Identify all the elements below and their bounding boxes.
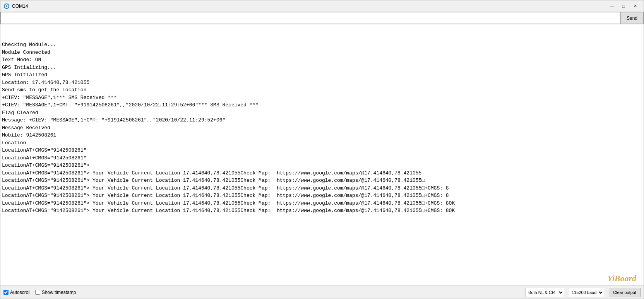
- output-line: Flag Cleared: [2, 109, 642, 117]
- output-line: +CIEV: "MESSAGE",1*** SMS Received ***: [2, 94, 642, 102]
- app-icon: [3, 3, 10, 9]
- show-timestamp-checkbox[interactable]: [35, 290, 40, 295]
- autoscroll-label[interactable]: Autoscroll: [3, 290, 31, 295]
- title-bar: COM14 — □ ✕: [0, 0, 644, 12]
- input-bar: Send: [0, 12, 644, 24]
- output-line: Message Received: [2, 124, 642, 132]
- output-line: Location: [2, 139, 642, 147]
- output-line: LocationAT+CMGS="9142508261": [2, 154, 642, 162]
- maximize-button[interactable]: □: [618, 2, 629, 10]
- output-line: Text Mode: ON: [2, 56, 642, 64]
- output-line: LocationAT+CMGS="9142508261">: [2, 162, 642, 169]
- output-line: +CIEV: "MESSAGE",1+CMT: "+919142508261",…: [2, 101, 642, 109]
- output-area[interactable]: Checking Module...Module ConnectedText M…: [0, 24, 644, 285]
- output-line: LocationAT+CMGS="9142508261"> Your Vehic…: [2, 207, 642, 215]
- serial-input[interactable]: [0, 12, 620, 24]
- output-line: Mobile: 9142508261: [2, 132, 642, 139]
- output-line: LocationAT+CMGS="9142508261": [2, 147, 642, 154]
- output-line: LocationAT+CMGS="9142508261"> Your Vehic…: [2, 200, 642, 207]
- close-button[interactable]: ✕: [630, 2, 641, 10]
- output-line: GPS Initialized: [2, 71, 642, 79]
- output-line: GPS Intializing...: [2, 64, 642, 72]
- output-line: Checking Module...: [2, 41, 642, 49]
- svg-point-1: [6, 5, 7, 7]
- autoscroll-checkbox[interactable]: [3, 290, 9, 295]
- output-line: Send sms to get the location: [2, 86, 642, 94]
- output-line: LocationAT+CMGS="9142508261"> Your Vehic…: [2, 192, 642, 200]
- send-button[interactable]: Send: [620, 12, 644, 24]
- clear-output-button[interactable]: Clear output: [609, 288, 641, 297]
- minimize-button[interactable]: —: [606, 2, 617, 10]
- show-timestamp-label[interactable]: Show timestamp: [35, 290, 76, 295]
- output-line: LocationAT+CMGS="9142508261"> Your Vehic…: [2, 177, 642, 185]
- output-line: Module Connected: [2, 49, 642, 56]
- main-window: COM14 — □ ✕ Send Checking Module...Modul…: [0, 0, 644, 299]
- output-line: Location: 17.414640,78.421055: [2, 79, 642, 87]
- line-ending-select[interactable]: No line endingNewlineCarriage returnBoth…: [526, 288, 564, 297]
- output-line: Message: +CIEV: "MESSAGE",1+CMT: "+91914…: [2, 116, 642, 124]
- output-line: LocationAT+CMGS="9142508261"> Your Vehic…: [2, 169, 642, 177]
- output-line: LocationAT+CMGS="9142508261"> Your Vehic…: [2, 185, 642, 192]
- window-title: COM14: [12, 3, 606, 9]
- baud-select[interactable]: 300 baud1200 baud2400 baud4800 baud9600 …: [569, 288, 604, 297]
- window-controls: — □ ✕: [606, 2, 641, 10]
- bottom-bar: Autoscroll Show timestamp No line ending…: [0, 285, 644, 299]
